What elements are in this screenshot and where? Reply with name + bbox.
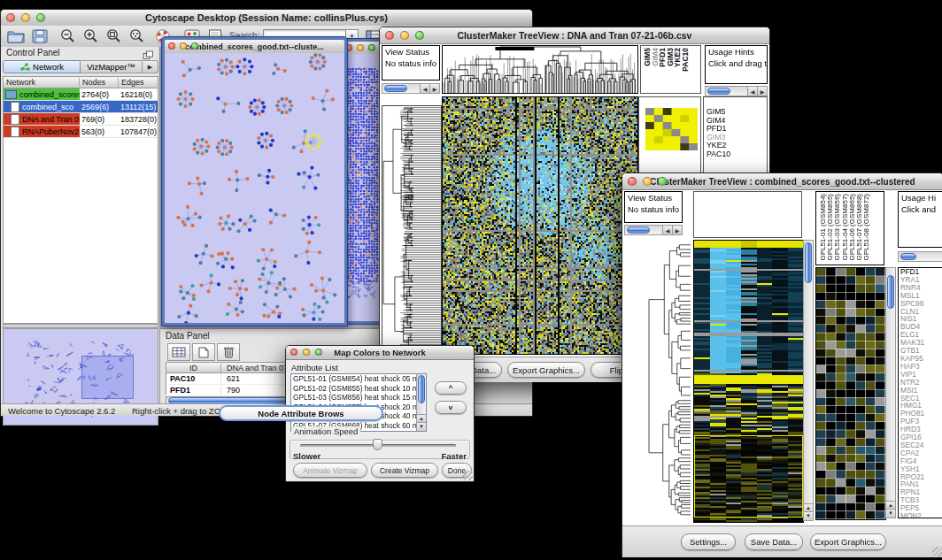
- treeview1-title-bar[interactable]: ClusterMaker TreeView : DNA and Tran 07-…: [380, 27, 769, 44]
- tv2-status-hscrollbar[interactable]: ◀▶: [624, 225, 683, 235]
- edges-cell: 13112(15): [119, 103, 158, 111]
- tv1-status-hscrollbar[interactable]: ◀▶: [382, 83, 440, 94]
- move-attribute-down-button[interactable]: v: [435, 401, 467, 414]
- minimize-button[interactable]: [180, 42, 187, 50]
- tv1-view-status-box: View Status No status info f: [382, 45, 440, 81]
- save-session-button[interactable]: [28, 27, 51, 45]
- network-table-row[interactable]: RNAPuberNov2+|563(0)107847(0): [4, 126, 158, 138]
- network-tab-icon: [19, 63, 30, 72]
- network-table-row[interactable]: combined_sco2569(6)13112(15): [4, 101, 158, 113]
- network-view-2-canvas[interactable]: [342, 54, 381, 321]
- minimize-button[interactable]: [357, 44, 364, 51]
- zoom-in-icon[interactable]: [79, 27, 102, 45]
- tv1-usage-hints-box: Usage Hints Click and drag to: [705, 45, 768, 84]
- nodes-cell: 2569(6): [80, 103, 119, 111]
- tv1-global-heatmap[interactable]: [442, 96, 638, 355]
- zoom-window-button[interactable]: [36, 13, 45, 22]
- new-attribute-icon[interactable]: [192, 343, 215, 361]
- animate-vizmap-button[interactable]: Animate Vizmap: [293, 463, 367, 478]
- resize-grip[interactable]: [463, 471, 473, 480]
- tv2-gene-list: PFD1YRA1RNR4MSL1SPC98CLN1NIS1BUD4ELG1MAK…: [898, 267, 942, 518]
- tv2-column-labels: GPL51-01 (GSM854)GPL51-02 (GSM855)GPL51-…: [815, 191, 884, 265]
- close-button[interactable]: [385, 31, 394, 40]
- close-button[interactable]: [168, 42, 175, 50]
- gene-id-cell: PAC10: [166, 374, 221, 383]
- dialog-title-bar[interactable]: Map Colors to Network: [286, 346, 474, 360]
- treeview2-title-bar[interactable]: ClusterMaker TreeView : combined_scores_…: [622, 173, 942, 190]
- dialog-title: Map Colors to Network: [334, 348, 425, 357]
- zoom-selected-icon[interactable]: [125, 27, 148, 45]
- network-view-canvas[interactable]: [165, 53, 344, 323]
- resize-grip[interactable]: [932, 547, 942, 556]
- zoom-fit-icon[interactable]: [102, 27, 125, 45]
- network-name-cell: combined_scores: [4, 88, 80, 100]
- faster-label: Faster: [441, 451, 467, 461]
- close-button[interactable]: [628, 177, 637, 186]
- nodes-cell: 2764(0): [80, 90, 119, 99]
- create-vizmap-button[interactable]: Create Vizmap: [371, 463, 438, 478]
- tv2-zoom-vscrollbar[interactable]: ▲▼: [885, 267, 896, 518]
- tab-overflow-button[interactable]: ▶: [143, 60, 158, 73]
- zoom-window-button[interactable]: [191, 42, 198, 50]
- minimize-button[interactable]: [303, 349, 310, 356]
- main-title-bar[interactable]: Cytoscape Desktop (Session Name: collins…: [1, 10, 532, 27]
- move-attribute-up-button[interactable]: ^: [435, 381, 467, 395]
- array-label: PAC10: [681, 48, 690, 72]
- close-button[interactable]: [6, 13, 15, 22]
- tv2-button-bar: Settings... Save Data... Export Graphics…: [622, 525, 942, 557]
- table-view-icon[interactable]: [167, 343, 190, 361]
- treeview2-title: ClusterMaker TreeView : combined_scores_…: [650, 177, 915, 187]
- attribute-listbox: GPL51-01 (GSM854) heat shock 05 minGPL51…: [290, 373, 427, 432]
- attribute-item[interactable]: GPL51-01 (GSM854) heat shock 05 min: [291, 374, 416, 384]
- zoom-window-button[interactable]: [315, 349, 322, 356]
- tv1-export-graphics-button[interactable]: Export Graphics...: [507, 362, 585, 378]
- network-name-cell: DNA and Tran 07: [4, 113, 80, 125]
- tv2-export-graphics-button[interactable]: Export Graphics...: [810, 533, 886, 550]
- tv2-usage-hints-box: Usage Hi Click and: [898, 191, 942, 248]
- open-session-button[interactable]: [4, 27, 27, 45]
- network-table-row[interactable]: DNA and Tran 07769(0)183728(0): [4, 113, 158, 126]
- minimize-button[interactable]: [21, 13, 30, 22]
- zoom-window-button[interactable]: [368, 44, 375, 51]
- tv1-hints-hscrollbar[interactable]: ◀▶: [705, 86, 768, 96]
- doc-icon: [11, 114, 19, 125]
- delete-attribute-trash-icon[interactable]: [217, 343, 240, 361]
- window-title: Cytoscape Desktop (Session Name: collins…: [145, 12, 388, 23]
- network-name: combined_scores: [19, 90, 80, 99]
- zoom-window-button[interactable]: [658, 177, 667, 186]
- zoom-window-button[interactable]: [415, 31, 424, 40]
- attribute-list-vscrollbar[interactable]: ▲▼: [416, 374, 426, 431]
- tv2-hints-hscrollbar[interactable]: [898, 251, 942, 262]
- tv2-global-heatmap[interactable]: [693, 240, 804, 523]
- minimize-button[interactable]: [643, 177, 652, 186]
- tv1-row-dendrogram[interactable]: [382, 105, 442, 353]
- tv2-zoom-heatmap[interactable]: [815, 267, 886, 520]
- treeview1-title: ClusterMaker TreeView : DNA and Tran 07-…: [458, 30, 692, 41]
- tab-vizmapper[interactable]: VizMapper™: [81, 60, 143, 73]
- tv1-zoom-heatmap[interactable]: [645, 108, 698, 150]
- status-welcome: Welcome to Cytoscape 2.6.2: [8, 406, 115, 416]
- network-window-title-bar[interactable]: combined_scores_good.txt--cluste...: [165, 40, 344, 54]
- minimize-button[interactable]: [400, 31, 409, 40]
- tv2-row-dendrogram[interactable]: [624, 241, 691, 518]
- node-attribute-browser-button[interactable]: Node Attribute Brows: [219, 405, 383, 421]
- tab-network[interactable]: Network: [3, 60, 81, 73]
- close-button[interactable]: [290, 349, 297, 356]
- tv1-column-dendrogram[interactable]: [442, 45, 638, 94]
- network-window: combined_scores_good.txt--cluste...: [162, 37, 347, 326]
- network-table-header[interactable]: Network Nodes Edges: [4, 77, 158, 88]
- zoom-out-icon[interactable]: [56, 27, 79, 45]
- edges-cell: 183728(0): [119, 115, 158, 124]
- tv2-save-data-button[interactable]: Save Data...: [745, 533, 803, 550]
- gene-label[interactable]: MON2: [899, 512, 942, 518]
- tv2-settings-button[interactable]: Settings...: [681, 533, 736, 550]
- control-panel-title: Control Panel: [6, 48, 60, 58]
- network-table-row[interactable]: combined_scores2764(0)16218(0): [4, 88, 158, 101]
- gene-label[interactable]: PAC10: [704, 150, 767, 159]
- attribute-item[interactable]: GPL51-03 (GSM856) heat shock 15 min: [291, 393, 416, 403]
- gene-id-cell: PFD1: [166, 386, 221, 395]
- attribute-item[interactable]: GPL51-02 (GSM855) heat shock 10 min: [291, 384, 416, 394]
- tv2-global-vscrollbar[interactable]: ▲▼: [803, 240, 814, 521]
- network-window-title: combined_scores_good.txt--cluste...: [185, 42, 324, 51]
- speed-slider-thumb[interactable]: [373, 439, 382, 450]
